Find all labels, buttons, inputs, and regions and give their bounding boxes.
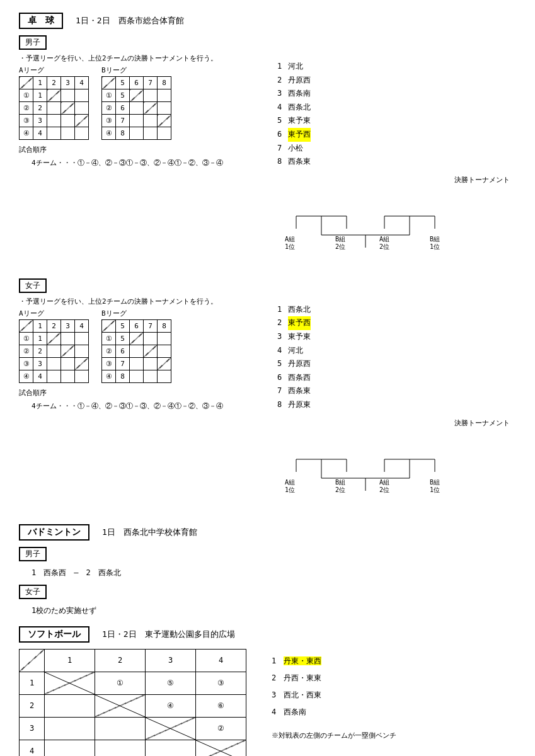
- svg-text:2位: 2位: [335, 243, 345, 250]
- womens-aleague-label: Aリーグ: [19, 309, 89, 318]
- softball-rank-3: 3 西北・西東: [272, 689, 396, 701]
- wrank-5: 5丹原西: [277, 357, 516, 371]
- wrank-1: 1西条北: [277, 303, 516, 317]
- rank-1: 1河北: [277, 60, 516, 74]
- womens-tournament-label: 決勝トーナメント: [277, 418, 510, 428]
- mens-bleague-table: 5 6 7 8 ①5 ②6: [101, 76, 171, 140]
- svg-text:A組: A組: [379, 479, 389, 486]
- womens-aleague: Aリーグ 1 2 3 4 ①1 ②2 ③3: [19, 309, 89, 383]
- rank-6: 6東予西: [277, 128, 516, 142]
- rank-7: 7小松: [277, 142, 516, 156]
- svg-line-37: [95, 695, 145, 717]
- svg-line-39: [196, 740, 246, 757]
- wrank-6: 6西条西: [277, 371, 516, 385]
- wrank-4: 4河北: [277, 344, 516, 358]
- softball-header: ソフトボール 1日・2日 東予運動公園多目的広場: [19, 626, 516, 643]
- svg-text:2位: 2位: [379, 486, 389, 493]
- womens-right: 1西条北 2東予西 3東予東 4河北 5丹原西 6西条西 7西条東 8丹原東 決…: [277, 297, 516, 512]
- badminton-section: バドミントン 1日 西条北中学校体育館 男子 1 西条西 ― 2 西条北 女子 …: [19, 524, 516, 616]
- mens-right: 1河北 2丹原西 3西条南 4西条北 5東予東 6東予西 7小松 8西条東 決勝…: [277, 54, 516, 268]
- svg-text:A組: A組: [285, 479, 295, 486]
- mens-aleague-label: Aリーグ: [19, 66, 89, 75]
- softball-section: ソフトボール 1日・2日 東予運動公園多目的広場 1 2 3 4 1 ①: [19, 626, 516, 757]
- womens-match-order-label: 試合順序: [19, 388, 258, 398]
- col-4: 4: [196, 649, 246, 672]
- womens-aleague-table: 1 2 3 4 ①1 ②2 ③3 ④4: [19, 319, 89, 383]
- badminton-womens-note: 1校のため実施せず: [32, 605, 516, 616]
- softball-title: ソフトボール: [19, 626, 89, 643]
- womens-description: ・予選リーグを行い、上位2チームの決勝トーナメントを行う。: [19, 297, 258, 306]
- womens-leagues: Aリーグ 1 2 3 4 ①1 ②2 ③3: [19, 309, 258, 383]
- wrank-7: 7西条東: [277, 384, 516, 398]
- grid-row-1: 1 ① ⑤ ③: [20, 672, 246, 694]
- svg-line-36: [45, 672, 95, 694]
- wrank-3: 3東予東: [277, 330, 516, 344]
- mens-tournament-label: 決勝トーナメント: [277, 175, 510, 185]
- softball-rank-1: 1 丹東・東西: [272, 655, 396, 667]
- svg-line-38: [146, 718, 195, 740]
- womens-bracket-svg: A組 1位 B組 2位 A組 2位 B組 1位: [277, 434, 454, 510]
- grid-row-4: 4: [20, 740, 246, 756]
- svg-text:B組: B組: [335, 236, 345, 243]
- svg-text:2位: 2位: [335, 486, 345, 493]
- softball-venue: 1日・2日 東予運動公園多目的広場: [102, 629, 235, 640]
- badminton-title: バドミントン: [19, 524, 89, 541]
- softball-note: ※対戦表の左側のチームが一塁側ベンチ: [272, 731, 396, 740]
- softball-grid-header: 1 2 3 4: [20, 649, 246, 672]
- mens-bracket-svg: A組 1位 B組 2位 A組 2位 B組 1位: [277, 191, 454, 266]
- mens-leagues: Aリーグ 1 2 3 4 ①1: [19, 66, 258, 140]
- col-1: 1: [45, 649, 95, 672]
- svg-text:1位: 1位: [285, 243, 295, 250]
- mens-match-order-label: 試合順序: [19, 145, 258, 154]
- womens-bleague-label: Bリーグ: [101, 309, 171, 318]
- mens-tournament: 決勝トーナメント: [277, 175, 516, 268]
- svg-text:1位: 1位: [430, 486, 440, 493]
- svg-text:B組: B組: [430, 236, 440, 243]
- mens-label: 男子: [19, 35, 47, 50]
- section-venue-tabletennis: 1日・2日 西条市総合体育館: [76, 15, 184, 26]
- svg-text:2位: 2位: [379, 243, 389, 250]
- grid-row-3: 3 ②: [20, 717, 246, 740]
- womens-match-order: 4チーム・・・①－④、②－③①－③、②－④①－②、③－④: [32, 401, 258, 411]
- badminton-womens-label: 女子: [19, 585, 47, 599]
- section-header-tabletennis: 卓 球 1日・2日 西条市総合体育館: [19, 13, 516, 29]
- table-tennis-section: 卓 球 1日・2日 西条市総合体育館 男子 ・予選リーグを行い、上位2チームの決…: [19, 13, 516, 512]
- wrank-8: 8丹原東: [277, 398, 516, 412]
- womens-tournament: 決勝トーナメント A組 1位 B組: [277, 418, 516, 512]
- softball-rankings: 1 丹東・東西 2 丹西・東東 3 西北・西東 4 西条南 ※対戦表の左側のチー…: [272, 649, 396, 741]
- svg-text:1位: 1位: [430, 243, 440, 250]
- col-2: 2: [95, 649, 146, 672]
- mens-match-order: 4チーム・・・①－④、②－③①－③、②－④①－②、③－④: [32, 158, 258, 168]
- wrank-2: 2東予西: [277, 316, 516, 330]
- rank-8: 8西条東: [277, 155, 516, 169]
- section-title-tabletennis: 卓 球: [19, 13, 63, 29]
- womens-bleague-table: 5 6 7 8 ①5 ②6 ③7 ④8: [101, 319, 171, 383]
- badminton-mens-label: 男子: [19, 547, 47, 561]
- svg-text:1位: 1位: [285, 486, 295, 493]
- womens-rankings: 1西条北 2東予西 3東予東 4河北 5丹原西 6西条西 7西条東 8丹原東: [277, 303, 516, 412]
- svg-text:B組: B組: [335, 479, 345, 486]
- mens-description: ・予選リーグを行い、上位2チームの決勝トーナメントを行う。: [19, 54, 258, 63]
- badminton-header: バドミントン 1日 西条北中学校体育館: [19, 524, 516, 541]
- mens-section: 男子 ・予選リーグを行い、上位2チームの決勝トーナメントを行う。 Aリーグ 1 …: [19, 35, 516, 268]
- softball-rank-2: 2 丹西・東東: [272, 672, 396, 684]
- womens-label: 女子: [19, 278, 47, 293]
- svg-text:A組: A組: [379, 236, 389, 243]
- col-3: 3: [146, 649, 196, 672]
- badminton-mens-match: 1 西条西 ― 2 西条北: [32, 568, 516, 578]
- softball-grid-table: 1 2 3 4 1 ① ⑤ ③ 2: [19, 649, 246, 757]
- mens-aleague-table: 1 2 3 4 ①1 ②2: [19, 76, 89, 140]
- mens-bleague: Bリーグ 5 6 7 8 ①5: [101, 66, 171, 140]
- softball-left: 1 2 3 4 1 ① ⑤ ③ 2: [19, 649, 246, 757]
- softball-content: 1 2 3 4 1 ① ⑤ ③ 2: [19, 649, 516, 757]
- badminton-venue: 1日 西条北中学校体育館: [102, 527, 197, 538]
- rank-2: 2丹原西: [277, 74, 516, 88]
- womens-section: 女子 ・予選リーグを行い、上位2チームの決勝トーナメントを行う。 Aリーグ 1 …: [19, 278, 516, 512]
- rank-3: 3西条南: [277, 87, 516, 101]
- svg-text:B組: B組: [430, 479, 440, 486]
- rank-4: 4西条北: [277, 101, 516, 115]
- mens-bleague-label: Bリーグ: [101, 66, 171, 75]
- mens-aleague: Aリーグ 1 2 3 4 ①1: [19, 66, 89, 140]
- svg-text:A組: A組: [285, 236, 295, 243]
- mens-rankings: 1河北 2丹原西 3西条南 4西条北 5東予東 6東予西 7小松 8西条東: [277, 60, 516, 169]
